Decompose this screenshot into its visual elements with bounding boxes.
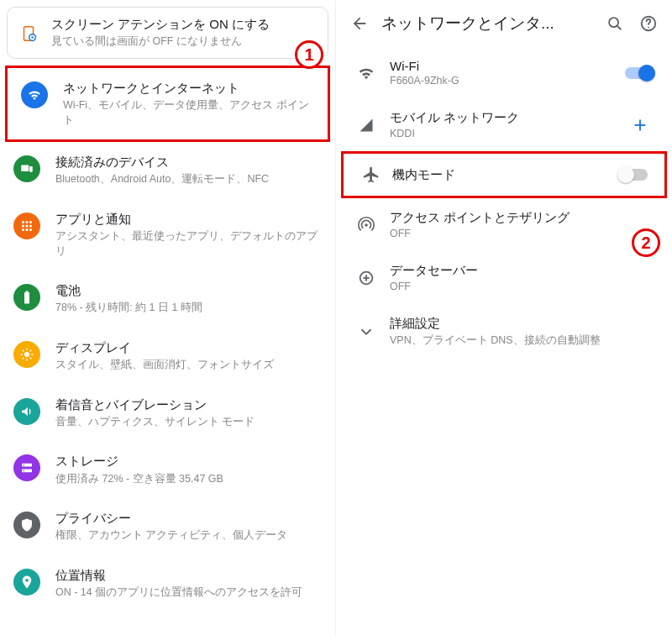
back-button[interactable] <box>343 7 376 40</box>
item-title: アプリと通知 <box>55 211 322 228</box>
svg-point-8 <box>22 224 24 227</box>
item-title: 接続済みのデバイス <box>55 154 322 171</box>
network-settings-panel: ネットワークとインタ... Wi-Fi F660A-9Zhk-G モバイル ネッ… <box>336 0 672 635</box>
privacy-icon <box>13 512 40 538</box>
airplane-switch[interactable] <box>612 166 653 183</box>
search-button[interactable] <box>598 7 632 40</box>
item-title: ネットワークとインターネット <box>63 80 314 97</box>
svg-rect-4 <box>29 166 33 172</box>
svg-line-22 <box>30 349 32 351</box>
wifi-icon <box>343 64 390 82</box>
wifi-switch[interactable] <box>620 65 660 81</box>
network-item-datasaver[interactable]: データセーバー OFF <box>336 251 672 304</box>
svg-point-12 <box>26 228 29 231</box>
settings-main-panel: スクリーン アテンションを ON にする 見ている間は画面が OFF になりませ… <box>0 0 336 635</box>
network-item-advanced[interactable]: 詳細設定 VPN、プライベート DNS、接続の自動調整 <box>336 304 672 359</box>
network-item-mobile[interactable]: モバイル ネットワーク KDDI <box>336 98 672 151</box>
item-title: モバイル ネットワーク <box>390 110 620 126</box>
cellular-icon <box>343 117 390 134</box>
item-title: データセーバー <box>390 263 660 279</box>
svg-line-21 <box>23 358 24 359</box>
sound-icon <box>13 398 40 425</box>
item-subtitle: 78% - 残り時間: 約 1 日 1 時間 <box>55 301 322 316</box>
item-subtitle: スタイル、壁紙、画面消灯、フォントサイズ <box>55 358 322 373</box>
item-title: ディスプレイ <box>55 339 322 356</box>
item-subtitle: OFF <box>390 228 660 239</box>
item-title: 詳細設定 <box>390 316 660 332</box>
svg-point-5 <box>22 221 24 223</box>
settings-item-sound[interactable]: 着信音とバイブレーション 音量、ハプティクス、サイレント モード <box>0 385 335 442</box>
svg-rect-3 <box>21 165 29 172</box>
add-network-button[interactable] <box>620 116 660 134</box>
settings-item-network[interactable]: ネットワークとインターネット Wi-Fi、モバイル、データ使用量、アクセス ポイ… <box>5 66 330 142</box>
devices-icon <box>13 155 40 182</box>
svg-point-31 <box>648 27 649 29</box>
item-title: 着信音とバイブレーション <box>55 396 322 413</box>
svg-point-28 <box>609 18 618 27</box>
expand-icon <box>343 323 390 341</box>
item-subtitle: 権限、アカウント アクティビティ、個人データ <box>55 528 322 543</box>
item-subtitle: OFF <box>390 281 660 292</box>
item-subtitle: 使用済み 72% - 空き容量 35.47 GB <box>55 472 322 487</box>
settings-item-battery[interactable]: 電池 78% - 残り時間: 約 1 日 1 時間 <box>0 270 335 328</box>
svg-line-20 <box>30 358 32 359</box>
appbar: ネットワークとインタ... <box>336 0 672 47</box>
svg-point-6 <box>26 221 29 223</box>
item-title: 電池 <box>55 282 322 299</box>
settings-item-location[interactable]: 位置情報 ON - 14 個のアプリに位置情報へのアクセスを許可 <box>0 555 335 612</box>
settings-item-connected-devices[interactable]: 接続済みのデバイス Bluetooth、Android Auto、運転モード、N… <box>0 142 335 199</box>
svg-point-9 <box>26 224 29 227</box>
display-icon <box>13 341 40 368</box>
annotation-badge-2: 2 <box>632 228 660 257</box>
settings-item-apps[interactable]: アプリと通知 アシスタント、最近使ったアプリ、デフォルトのアプリ <box>0 199 335 270</box>
item-title: 機内モード <box>392 167 612 183</box>
annotation-badge-1: 1 <box>295 40 323 69</box>
item-subtitle: F660A-9Zhk-G <box>390 75 620 87</box>
item-subtitle: VPN、プライベート DNS、接続の自動調整 <box>390 333 660 348</box>
appbar-title: ネットワークとインタ... <box>376 13 598 34</box>
item-subtitle: KDDI <box>390 128 620 139</box>
settings-item-privacy[interactable]: プライバシー 権限、アカウント アクティビティ、個人データ <box>0 498 335 555</box>
svg-line-19 <box>23 349 24 351</box>
svg-point-14 <box>24 352 29 357</box>
svg-point-11 <box>22 228 24 231</box>
svg-point-26 <box>24 470 25 472</box>
settings-item-display[interactable]: ディスプレイ スタイル、壁紙、画面消灯、フォントサイズ <box>0 328 335 385</box>
help-button[interactable] <box>632 7 665 40</box>
location-icon <box>13 569 40 596</box>
item-title: ストレージ <box>55 453 322 470</box>
suggestion-title: スクリーン アテンションを ON にする <box>51 16 318 33</box>
item-title: 位置情報 <box>55 567 322 584</box>
svg-line-29 <box>617 26 622 30</box>
wifi-icon <box>21 81 48 108</box>
battery-icon <box>13 284 40 311</box>
item-subtitle: Wi-Fi、モバイル、データ使用量、アクセス ポイント <box>63 98 314 128</box>
svg-point-25 <box>24 464 25 466</box>
suggestion-card[interactable]: スクリーン アテンションを ON にする 見ている間は画面が OFF になりませ… <box>7 7 328 59</box>
item-subtitle: 音量、ハプティクス、サイレント モード <box>55 415 322 430</box>
item-title: Wi-Fi <box>390 59 620 73</box>
screen-attention-icon <box>18 23 39 45</box>
apps-icon <box>13 213 40 239</box>
network-item-hotspot[interactable]: アクセス ポイントとテザリング OFF <box>336 198 672 251</box>
item-subtitle: アシスタント、最近使ったアプリ、デフォルトのアプリ <box>55 229 322 259</box>
item-subtitle: ON - 14 個のアプリに位置情報へのアクセスを許可 <box>55 585 322 601</box>
item-subtitle: Bluetooth、Android Auto、運転モード、NFC <box>55 172 322 187</box>
item-title: プライバシー <box>55 510 322 527</box>
item-title: アクセス ポイントとテザリング <box>390 210 660 226</box>
storage-icon <box>13 454 40 481</box>
network-item-wifi[interactable]: Wi-Fi F660A-9Zhk-G <box>336 47 672 98</box>
hotspot-icon <box>343 216 390 234</box>
suggestion-subtitle: 見ている間は画面が OFF になりません <box>51 34 318 50</box>
network-item-airplane[interactable]: 機内モード <box>341 151 667 198</box>
svg-point-10 <box>29 224 32 227</box>
svg-point-13 <box>29 228 32 231</box>
settings-item-storage[interactable]: ストレージ 使用済み 72% - 空き容量 35.47 GB <box>0 441 335 498</box>
svg-point-34 <box>365 223 368 227</box>
airplane-icon <box>350 165 392 184</box>
datasaver-icon <box>343 269 390 287</box>
svg-point-27 <box>25 579 29 582</box>
svg-point-2 <box>31 36 34 39</box>
svg-point-7 <box>29 221 32 223</box>
